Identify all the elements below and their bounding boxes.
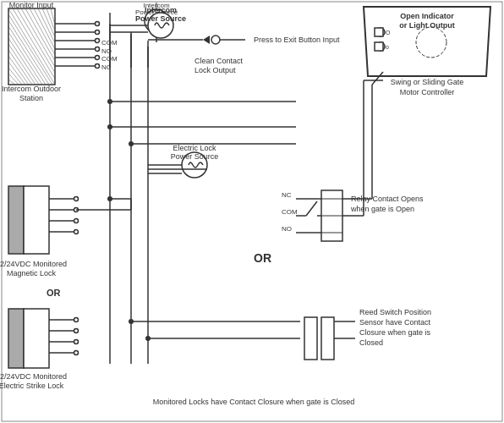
svg-point-99	[129, 141, 134, 146]
wiring-diagram: Monitor Input Intercom Outdoor Station I…	[0, 0, 504, 423]
svg-rect-116	[321, 317, 334, 360]
svg-text:Electric Strike Lock: Electric Strike Lock	[0, 382, 64, 390]
svg-rect-63	[8, 186, 24, 254]
svg-text:Press to Exit Button Input: Press to Exit Button Input	[254, 36, 340, 44]
svg-text:NO: NO	[282, 225, 292, 233]
svg-text:Station: Station	[19, 94, 43, 102]
svg-point-83	[74, 329, 79, 333]
svg-rect-129	[375, 42, 383, 51]
svg-point-72	[74, 230, 79, 234]
svg-rect-77	[24, 309, 49, 368]
svg-text:Sensor have Contact: Sensor have Contact	[359, 318, 431, 327]
svg-point-127	[416, 27, 446, 58]
svg-point-71	[74, 219, 79, 223]
svg-point-69	[74, 197, 79, 201]
svg-text:Swing or Sliding Gate: Swing or Sliding Gate	[391, 78, 464, 86]
svg-point-150	[145, 336, 151, 341]
svg-point-82	[74, 318, 79, 322]
svg-point-33	[96, 39, 100, 43]
svg-point-35	[96, 56, 100, 60]
svg-text:Electric Lock: Electric Lock	[173, 144, 216, 152]
svg-text:Monitored Locks have Contact C: Monitored Locks have Contact Closure whe…	[153, 398, 355, 406]
svg-text:12/24VDC Monitored: 12/24VDC Monitored	[0, 260, 67, 268]
svg-point-97	[107, 99, 112, 104]
svg-text:Intercom: Intercom	[145, 6, 177, 14]
svg-text:NC: NC	[282, 191, 292, 199]
svg-text:O: O	[386, 30, 391, 36]
svg-point-85	[74, 351, 79, 355]
svg-text:12/24VDC Monitored: 12/24VDC Monitored	[0, 372, 67, 381]
svg-rect-64	[24, 186, 49, 254]
svg-text:OR: OR	[47, 288, 61, 298]
svg-rect-115	[304, 317, 317, 360]
svg-point-149	[129, 319, 134, 324]
svg-point-36	[96, 64, 100, 69]
svg-text:Lock Output: Lock Output	[194, 66, 236, 74]
svg-text:COM: COM	[282, 208, 298, 216]
svg-text:Reed Switch Position: Reed Switch Position	[359, 308, 431, 316]
svg-text:or Light Output: or Light Output	[399, 21, 454, 30]
svg-text:Magnetic Lock: Magnetic Lock	[7, 269, 57, 277]
svg-point-53	[211, 36, 220, 44]
svg-text:Clean Contact: Clean Contact	[194, 57, 244, 65]
svg-text:Intercom Outdoor: Intercom Outdoor	[2, 85, 61, 93]
svg-point-34	[96, 47, 100, 52]
svg-point-148	[107, 196, 112, 201]
svg-text:Power Source: Power Source	[171, 152, 219, 161]
svg-point-98	[107, 124, 112, 129]
svg-point-31	[96, 22, 100, 26]
svg-text:Power Source: Power Source	[135, 14, 186, 23]
monitor-input-label: Monitor Input	[9, 1, 54, 9]
svg-rect-128	[375, 28, 383, 36]
svg-text:Closure when gate is: Closure when gate is	[359, 328, 431, 337]
svg-text:o: o	[386, 44, 389, 50]
svg-text:Motor Controller: Motor Controller	[400, 88, 455, 96]
svg-point-84	[74, 340, 79, 344]
svg-text:OR: OR	[254, 251, 271, 265]
svg-text:Open Indicator: Open Indicator	[400, 12, 454, 20]
svg-rect-76	[8, 309, 24, 368]
svg-point-32	[96, 30, 100, 35]
svg-text:when gate is Open: when gate is Open	[350, 205, 414, 213]
svg-text:Closed: Closed	[359, 338, 383, 347]
